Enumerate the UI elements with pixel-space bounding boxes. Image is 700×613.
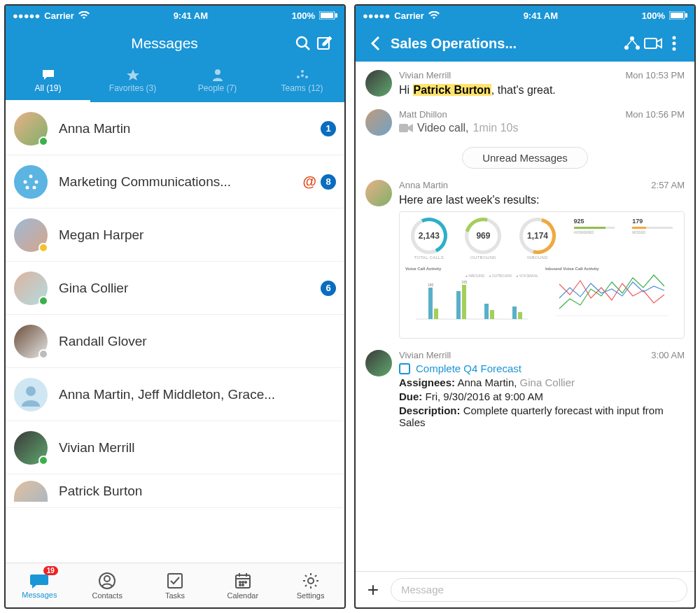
message-item[interactable]: Anna Martin2:57 AM Here are last week's … bbox=[356, 174, 694, 345]
messages-badge: 19 bbox=[43, 566, 58, 575]
svg-rect-42 bbox=[399, 124, 408, 132]
mention[interactable]: Patrick Burton bbox=[413, 84, 491, 96]
conversation-name: Anna Martin, Jeff Middleton, Grace... bbox=[59, 387, 336, 402]
chart-voice-call-activity: Voice Call Activity ● INBOUND● OUTBOUND●… bbox=[405, 267, 538, 332]
svg-point-15 bbox=[33, 185, 36, 189]
wifi-icon bbox=[78, 11, 90, 20]
svg-rect-32 bbox=[685, 13, 687, 17]
task-checkbox[interactable] bbox=[399, 363, 410, 374]
svg-line-4 bbox=[305, 45, 309, 50]
message-item[interactable]: Vivian Merrill3:00 AM Complete Q4 Foreca… bbox=[356, 344, 694, 434]
tab-messages[interactable]: Messages 19 bbox=[6, 563, 74, 607]
team-members-icon[interactable] bbox=[622, 35, 643, 52]
status-bar: ●●●●● Carrier 9:41 AM 100% bbox=[6, 6, 344, 25]
group-avatar-icon bbox=[14, 378, 48, 411]
svg-point-16 bbox=[26, 386, 36, 396]
tab-contacts[interactable]: Contacts bbox=[74, 563, 141, 607]
mention-icon: @ bbox=[302, 174, 316, 190]
battery-icon bbox=[669, 11, 687, 20]
search-icon[interactable] bbox=[293, 35, 314, 52]
battery-label: 100% bbox=[642, 10, 665, 21]
message-text: Here are last week's results: bbox=[399, 192, 685, 208]
unread-badge: 6 bbox=[321, 281, 336, 296]
svg-point-9 bbox=[305, 76, 308, 78]
conversation-row[interactable]: Gina Collier 6 bbox=[6, 262, 344, 315]
message-item[interactable]: Vivian MerrillMon 10:53 PM Hi Patrick Bu… bbox=[356, 64, 694, 104]
sender-name: Anna Martin bbox=[399, 180, 448, 190]
conversation-row[interactable]: Randall Glover bbox=[6, 315, 344, 368]
message-text: Hi Patrick Burton, that's great. bbox=[399, 83, 685, 98]
svg-point-14 bbox=[26, 185, 29, 189]
gauge-inbound: 1,174INBOUND bbox=[519, 218, 556, 260]
conversation-row[interactable]: Megan Harper bbox=[6, 209, 344, 262]
tab-teams[interactable]: Teams (12) bbox=[260, 62, 344, 102]
dashboard-attachment[interactable]: 2,143TOTAL CALLS 969OUTBOUND 1,174INBOUN… bbox=[399, 211, 685, 339]
svg-point-34 bbox=[624, 45, 629, 50]
compose-icon[interactable] bbox=[314, 35, 335, 52]
conversation-row[interactable]: Vivian Merrill bbox=[6, 421, 344, 474]
message-input-bar: + Message bbox=[356, 571, 694, 607]
conversation-row[interactable]: Marketing Communications... @ 8 bbox=[6, 155, 344, 209]
svg-point-25 bbox=[242, 582, 244, 583]
conversation-name: Vivian Merrill bbox=[59, 440, 336, 456]
svg-rect-47 bbox=[462, 285, 466, 319]
clock-label: 9:41 AM bbox=[174, 10, 208, 21]
tab-label: Teams (12) bbox=[281, 83, 323, 93]
task-title[interactable]: Complete Q4 Forecast bbox=[416, 362, 522, 374]
svg-point-10 bbox=[301, 74, 304, 77]
conversation-name: Patrick Burton bbox=[59, 484, 336, 499]
phone-chat: ●●●●● Carrier 9:41 AM 100% Sales Operati… bbox=[354, 4, 696, 609]
conversation-row[interactable]: Anna Martin 1 bbox=[6, 102, 344, 155]
sender-name: Vivian Merrill bbox=[399, 350, 451, 360]
signal-dots-icon: ●●●●● bbox=[363, 10, 390, 21]
tab-settings[interactable]: Settings bbox=[276, 563, 344, 607]
chat-title[interactable]: Sales Operations... bbox=[391, 36, 622, 52]
svg-rect-31 bbox=[671, 13, 683, 18]
tab-calendar[interactable]: Calendar bbox=[209, 563, 276, 607]
clock-label: 9:41 AM bbox=[524, 10, 558, 21]
message-input[interactable]: Message bbox=[391, 578, 687, 602]
svg-rect-2 bbox=[335, 13, 337, 17]
team-avatar-icon bbox=[14, 165, 48, 199]
tab-favorites[interactable]: Favorites (3) bbox=[90, 62, 175, 102]
conversation-name: Marketing Communications... bbox=[59, 174, 291, 190]
svg-line-36 bbox=[627, 41, 631, 45]
svg-point-27 bbox=[239, 584, 241, 586]
message-time: 3:00 AM bbox=[651, 350, 685, 360]
conversation-list: Anna Martin 1 Marketing Communications..… bbox=[6, 102, 344, 563]
chart-inbound-voice: Inbound Voice Call Activity bbox=[545, 267, 678, 332]
svg-point-12 bbox=[24, 180, 27, 183]
conversation-row[interactable]: Patrick Burton bbox=[6, 474, 344, 508]
mini-answered: 925ANSWERED bbox=[574, 218, 615, 234]
svg-point-40 bbox=[673, 42, 676, 45]
svg-rect-44 bbox=[428, 288, 433, 319]
tab-people[interactable]: People (7) bbox=[175, 62, 260, 102]
task-card[interactable]: Complete Q4 Forecast Assignees: Anna Mar… bbox=[399, 362, 685, 428]
conversation-name: Megan Harper bbox=[59, 227, 336, 243]
back-icon[interactable] bbox=[365, 35, 386, 52]
svg-point-28 bbox=[242, 584, 244, 586]
svg-text:180: 180 bbox=[428, 283, 434, 287]
chat-messages[interactable]: Vivian MerrillMon 10:53 PM Hi Patrick Bu… bbox=[356, 62, 694, 571]
svg-rect-50 bbox=[512, 306, 517, 319]
carrier-label: Carrier bbox=[394, 10, 424, 21]
video-call-icon[interactable] bbox=[643, 36, 664, 50]
svg-point-24 bbox=[239, 582, 241, 583]
tab-label: All (19) bbox=[34, 83, 61, 93]
svg-point-41 bbox=[673, 48, 676, 51]
tab-all[interactable]: All (19) bbox=[6, 62, 90, 102]
svg-point-39 bbox=[673, 36, 676, 40]
tab-tasks[interactable]: Tasks bbox=[141, 563, 209, 607]
tab-label: People (7) bbox=[198, 83, 237, 93]
tab-label: Tasks bbox=[165, 591, 185, 600]
message-time: Mon 10:53 PM bbox=[625, 70, 685, 80]
overflow-menu-icon[interactable] bbox=[664, 35, 685, 52]
svg-line-37 bbox=[633, 41, 637, 45]
conversation-row[interactable]: Anna Martin, Jeff Middleton, Grace... bbox=[6, 368, 344, 421]
bottom-tab-bar: Messages 19 Contacts Tasks Calendar Sett… bbox=[6, 563, 344, 607]
message-item[interactable]: Matt DhillonMon 10:56 PM Video call, 1mi… bbox=[356, 104, 694, 141]
svg-rect-1 bbox=[321, 13, 333, 18]
attach-icon[interactable]: + bbox=[363, 579, 384, 601]
carrier-label: Carrier bbox=[44, 10, 74, 21]
tab-label: Contacts bbox=[92, 591, 122, 600]
